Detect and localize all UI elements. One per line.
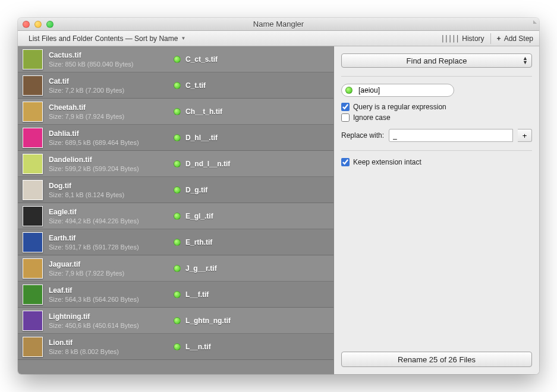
history-button[interactable]: ||||| History (435, 31, 490, 46)
file-name: Earth.tif (49, 234, 174, 242)
file-row[interactable]: Cheetah.tifSize: 7,9 kB (7.924 Bytes)Ch_… (18, 99, 333, 125)
file-row[interactable]: Cat.tifSize: 7,2 kB (7.200 Bytes)C_t.tif (18, 72, 333, 99)
file-info: Jaguar.tifSize: 7,9 kB (7.922 Bytes) (49, 260, 174, 277)
add-replace-button[interactable]: + (518, 129, 532, 142)
replace-label: Replace with: (341, 131, 384, 140)
file-new-name: Ch__t_h.tif (185, 108, 222, 116)
file-name: Dog.tif (49, 182, 174, 190)
file-new-name: D_nd_l__n.tif (185, 160, 230, 168)
file-new-name: J_g__r.tif (185, 264, 217, 273)
list-mode-dropdown[interactable]: List Files and Folder Contents — Sort by… (23, 31, 191, 46)
file-info: Cat.tifSize: 7,2 kB (7.200 Bytes) (49, 77, 174, 94)
status-dot-icon (174, 317, 181, 324)
file-info: Lightning.tifSize: 450,6 kB (450.614 Byt… (49, 312, 174, 329)
updown-chevron-icon: ▲▼ (523, 56, 528, 65)
file-size: Size: 7,2 kB (7.200 Bytes) (49, 87, 174, 94)
file-size: Size: 7,9 kB (7.922 Bytes) (49, 270, 174, 277)
chevron-down-icon: ▼ (181, 36, 185, 41)
minimize-icon[interactable] (34, 21, 42, 28)
file-new-name: L__f.tif (185, 290, 209, 299)
ignorecase-checkbox[interactable] (341, 113, 350, 122)
file-info: Dog.tifSize: 8,1 kB (8.124 Bytes) (49, 182, 174, 198)
file-row[interactable]: Lightning.tifSize: 450,6 kB (450.614 Byt… (18, 308, 333, 334)
file-size: Size: 689,5 kB (689.464 Bytes) (49, 139, 174, 146)
history-icon: ||||| (440, 34, 459, 43)
file-row[interactable]: Dandelion.tifSize: 599,2 kB (599.204 Byt… (18, 151, 333, 177)
file-new-name: C_ct_s.tif (185, 55, 218, 64)
file-name: Cheetah.tif (49, 103, 174, 112)
sidebar: Find and Replace ▲▼ Query is a regular e… (334, 46, 539, 374)
file-size: Size: 850 kB (850.040 Bytes) (49, 61, 174, 68)
file-name: Jaguar.tif (49, 260, 174, 268)
file-name: Leaf.tif (49, 286, 174, 295)
file-list[interactable]: Cactus.tifSize: 850 kB (850.040 Bytes)C_… (18, 46, 334, 374)
find-replace-panel: Query is a regular expression Ignore cas… (341, 76, 532, 169)
file-thumbnail (23, 49, 43, 69)
file-size: Size: 494,2 kB (494.226 Bytes) (49, 217, 174, 225)
regex-label: Query is a regular expression (353, 103, 446, 111)
ignorecase-label: Ignore case (353, 113, 391, 122)
file-info: Leaf.tifSize: 564,3 kB (564.260 Bytes) (49, 286, 174, 303)
file-row[interactable]: Lion.tifSize: 8 kB (8.002 Bytes)L__n.tif (18, 334, 333, 360)
action-selected-label: Find and Replace (407, 56, 467, 65)
file-size: Size: 591,7 kB (591.728 Bytes) (49, 244, 174, 251)
status-dot-icon (174, 291, 181, 298)
status-dot-icon (174, 160, 181, 167)
file-size: Size: 7,9 kB (7.924 Bytes) (49, 113, 174, 120)
file-name: Lightning.tif (49, 312, 174, 321)
file-info: Eagle.tifSize: 494,2 kB (494.226 Bytes) (49, 208, 174, 225)
status-dot-icon (174, 56, 181, 63)
rename-button[interactable]: Rename 25 of 26 Files (341, 352, 532, 367)
keep-extension-label: Keep extension intact (353, 158, 421, 166)
file-new-name: E_rth.tif (185, 238, 212, 246)
file-thumbnail (23, 154, 43, 174)
file-new-name: D_g.tif (185, 186, 207, 194)
file-info: Dahlia.tifSize: 689,5 kB (689.464 Bytes) (49, 129, 174, 146)
app-window: Name Mangler List Files and Folder Conte… (18, 18, 539, 374)
file-thumbnail (23, 128, 43, 148)
list-mode-label: List Files and Folder Contents — Sort by… (29, 34, 178, 43)
keep-extension-checkbox-row[interactable]: Keep extension intact (341, 158, 532, 166)
close-icon[interactable] (23, 21, 30, 28)
file-new-name: L__n.tif (185, 343, 211, 351)
file-size: Size: 8,1 kB (8.124 Bytes) (49, 191, 174, 198)
zoom-icon[interactable] (46, 21, 54, 28)
file-info: Lion.tifSize: 8 kB (8.002 Bytes) (49, 339, 174, 355)
file-thumbnail (23, 258, 43, 279)
file-row[interactable]: Jaguar.tifSize: 7,9 kB (7.922 Bytes)J_g_… (18, 255, 333, 282)
status-dot-icon (174, 82, 181, 89)
file-new-name: C_t.tif (185, 81, 206, 90)
file-row[interactable]: Dahlia.tifSize: 689,5 kB (689.464 Bytes)… (18, 125, 333, 151)
file-row[interactable]: Cactus.tifSize: 850 kB (850.040 Bytes)C_… (18, 46, 333, 72)
window-controls (23, 21, 54, 28)
query-input[interactable] (341, 84, 454, 97)
regex-checkbox[interactable] (341, 103, 350, 111)
file-info: Earth.tifSize: 591,7 kB (591.728 Bytes) (49, 234, 174, 251)
file-row[interactable]: Eagle.tifSize: 494,2 kB (494.226 Bytes)E… (18, 203, 333, 229)
file-name: Dandelion.tif (49, 156, 174, 164)
file-size: Size: 599,2 kB (599.204 Bytes) (49, 165, 174, 172)
regex-checkbox-row[interactable]: Query is a regular expression (341, 103, 532, 111)
rename-button-label: Rename 25 of 26 Files (398, 355, 476, 364)
replace-input[interactable] (389, 129, 513, 142)
status-dot-icon (174, 134, 181, 141)
file-row[interactable]: Leaf.tifSize: 564,3 kB (564.260 Bytes)L_… (18, 282, 333, 308)
content-area: Cactus.tifSize: 850 kB (850.040 Bytes)C_… (18, 46, 539, 374)
resize-icon[interactable] (528, 20, 537, 29)
ignorecase-checkbox-row[interactable]: Ignore case (341, 113, 532, 122)
plus-icon: + (523, 131, 527, 140)
file-name: Dahlia.tif (49, 129, 174, 138)
add-step-button[interactable]: + Add Step (491, 31, 539, 46)
status-dot-icon (174, 213, 181, 220)
file-row[interactable]: Earth.tifSize: 591,7 kB (591.728 Bytes)E… (18, 229, 333, 255)
keep-extension-checkbox[interactable] (341, 158, 350, 166)
file-info: Cactus.tifSize: 850 kB (850.040 Bytes) (49, 51, 174, 68)
file-thumbnail (23, 284, 43, 305)
file-row[interactable]: Dog.tifSize: 8,1 kB (8.124 Bytes)D_g.tif (18, 177, 333, 203)
action-dropdown[interactable]: Find and Replace ▲▼ (341, 53, 532, 68)
status-dot-icon (174, 265, 181, 272)
file-name: Cactus.tif (49, 51, 174, 59)
file-thumbnail (23, 206, 43, 226)
add-step-label: Add Step (504, 34, 533, 43)
file-new-name: E_gl_.tif (185, 212, 213, 220)
